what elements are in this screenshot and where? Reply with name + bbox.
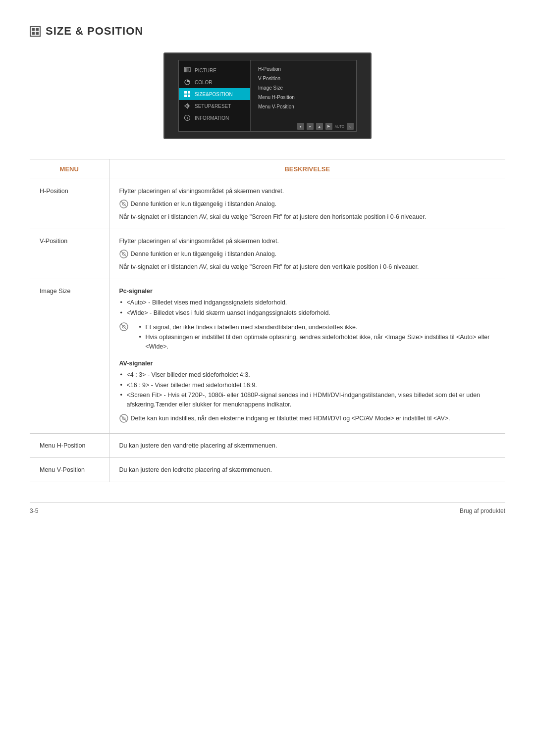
menu-item-setup: SETUP&RESET (179, 100, 250, 112)
pc-signals-header: Pc-signaler (119, 286, 496, 296)
svg-rect-2 (36, 28, 39, 31)
submenu-image-size: Image Size (258, 83, 349, 93)
menu-cell-menu-h-position: Menu H-Position (30, 433, 109, 457)
svg-rect-4 (36, 32, 39, 35)
color-icon (184, 79, 191, 86)
ctrl-btn-3: ▲ (316, 123, 323, 130)
svg-line-26 (121, 251, 127, 257)
col-header-menu: MENU (30, 159, 109, 179)
submenu-v-position: V-Position (258, 74, 349, 83)
av-signals-list: <4 : 3> - Viser billeder med sideforhold… (119, 370, 496, 409)
ctrl-auto-label: AUTO (335, 125, 344, 128)
svg-line-23 (121, 201, 127, 207)
no-analog-icon-1 (119, 200, 128, 208)
desc-cell-image-size: Pc-signaler <Auto> - Billedet vises med … (109, 279, 505, 434)
svg-rect-7 (186, 68, 187, 72)
footer-label: Brug af produktet (460, 507, 505, 514)
svg-rect-10 (184, 91, 187, 94)
ctrl-btn-4: ▶ (325, 123, 332, 130)
svg-rect-12 (184, 95, 187, 97)
svg-point-15 (187, 105, 188, 106)
pc-signals-list: <Auto> - Billedet vises med indgangssign… (119, 298, 496, 318)
pc-note-bullet-1: Et signal, der ikke findes i tabellen me… (138, 323, 496, 332)
desc-cell-h-position: Flytter placeringen af visningsområdet p… (109, 179, 505, 229)
pc-note-bullet-2: Hvis opløsningen er indstillet til den o… (138, 333, 496, 352)
pc-note-row: Et signal, der ikke findes i tabellen me… (119, 322, 496, 353)
col-header-beskrivelse: BESKRIVELSE (109, 159, 505, 179)
menu-label-sizeposition: SIZE&POSITION (195, 92, 233, 97)
menu-item-sizeposition: SIZE&POSITION (179, 88, 250, 100)
setup-icon (184, 102, 191, 109)
svg-rect-8 (187, 68, 189, 72)
av-note-text: Dette kan kun indstilles, når den ekster… (131, 413, 450, 423)
table-row-image-size: Image Size Pc-signaler <Auto> - Billedet… (30, 279, 505, 434)
content-table: MENU BESKRIVELSE H-Position Flytter plac… (30, 159, 505, 482)
size-position-icon (30, 26, 41, 37)
page-footer: 3-5 Brug af produktet (30, 502, 505, 514)
av-signals-header: AV-signaler (119, 358, 496, 368)
menu-label-color: COLOR (195, 80, 213, 85)
table-row-h-position: H-Position Flytter placeringen af visnin… (30, 179, 505, 229)
svg-rect-6 (184, 68, 186, 72)
pc-note-list: Et signal, der ikke findes i tabellen me… (138, 323, 496, 353)
on-screen-menu: PICTURE COLOR (178, 60, 357, 132)
svg-rect-13 (188, 95, 190, 97)
svg-text:i: i (187, 116, 188, 120)
menu-control-bar: ▼ ▼ ▲ ▶ AUTO ○ (297, 123, 354, 130)
submenu-menu-h-position: Menu H-Position (258, 93, 349, 102)
footer-page-number: 3-5 (30, 507, 38, 514)
h-position-note2: Når tv-signalet er i tilstanden AV, skal… (119, 212, 496, 222)
monitor-screenshot: PICTURE COLOR (30, 52, 505, 139)
menu-left-panel: PICTURE COLOR (179, 60, 251, 131)
h-position-note1: Denne funktion er kun tilgængelig i tils… (119, 199, 496, 209)
ctrl-btn-1: ▼ (297, 123, 304, 130)
svg-rect-3 (32, 32, 35, 35)
desc-cell-v-position: Flytter placeringen af visningsområdet p… (109, 229, 505, 279)
menu-item-information: i INFORMATION (179, 112, 250, 124)
v-position-note2: Når tv-signalet er i tilstanden AV, skal… (119, 262, 496, 272)
no-analog-icon-2 (119, 250, 128, 258)
submenu-h-position: H-Position (258, 64, 349, 74)
menu-cell-menu-v-position: Menu V-Position (30, 457, 109, 482)
pc-bullet-auto: <Auto> - Billedet vises med indgangssign… (119, 298, 496, 307)
ctrl-btn-2: ▼ (307, 123, 314, 130)
monitor-display: PICTURE COLOR (163, 52, 372, 139)
h-position-main-desc: Flytter placeringen af visningsområdet p… (119, 186, 496, 196)
table-row-menu-h-position: Menu H-Position Du kan justere den vandr… (30, 433, 505, 457)
av-bullet-16-9: <16 : 9> - Viser billeder med sideforhol… (119, 381, 496, 390)
table-row-menu-v-position: Menu V-Position Du kan justere den lodre… (30, 457, 505, 482)
h-position-note1-text: Denne funktion er kun tilgængelig i tils… (131, 199, 277, 209)
v-position-note1: Denne funktion er kun tilgængelig i tils… (119, 249, 496, 259)
sizeposition-icon (184, 91, 191, 98)
page-title-section: SIZE & POSITION (30, 25, 505, 38)
desc-cell-menu-h-position: Du kan justere den vandrette placering a… (109, 433, 505, 457)
av-bullet-screenfit: <Screen Fit> - Hvis et 720P-, 1080i- ell… (119, 391, 496, 409)
svg-line-29 (121, 324, 127, 330)
desc-cell-menu-v-position: Du kan justere den lodrette placering af… (109, 457, 505, 482)
information-icon: i (184, 114, 191, 121)
ctrl-btn-5: ○ (347, 123, 354, 130)
menu-right-panel: H-Position V-Position Image Size Menu H-… (251, 60, 356, 131)
v-position-note1-text: Denne funktion er kun tilgængelig i tils… (131, 249, 277, 259)
av-bullet-4-3: <4 : 3> - Viser billeder med sideforhold… (119, 370, 496, 380)
menu-cell-v-position: V-Position (30, 229, 109, 279)
menu-label-setup: SETUP&RESET (195, 103, 231, 109)
page-title-text: SIZE & POSITION (46, 25, 143, 38)
no-analog-icon-4 (119, 414, 128, 423)
svg-rect-1 (32, 28, 35, 31)
menu-item-picture: PICTURE (179, 64, 250, 76)
av-note-row: Dette kan kun indstilles, når den ekster… (119, 413, 496, 423)
pc-bullet-wide: <Wide> - Billedet vises i fuld skærm uan… (119, 308, 496, 318)
table-row-v-position: V-Position Flytter placeringen af visnin… (30, 229, 505, 279)
v-position-main-desc: Flytter placeringen af visningsområdet p… (119, 236, 496, 246)
menu-cell-image-size: Image Size (30, 279, 109, 434)
picture-icon (184, 67, 191, 74)
submenu-menu-v-position: Menu V-Position (258, 102, 349, 111)
svg-line-32 (121, 415, 127, 421)
no-analog-icon-3 (119, 322, 128, 331)
menu-label-picture: PICTURE (195, 68, 216, 73)
menu-item-color: COLOR (179, 76, 250, 88)
svg-rect-11 (188, 91, 190, 94)
menu-cell-h-position: H-Position (30, 179, 109, 229)
menu-label-information: INFORMATION (195, 115, 229, 121)
